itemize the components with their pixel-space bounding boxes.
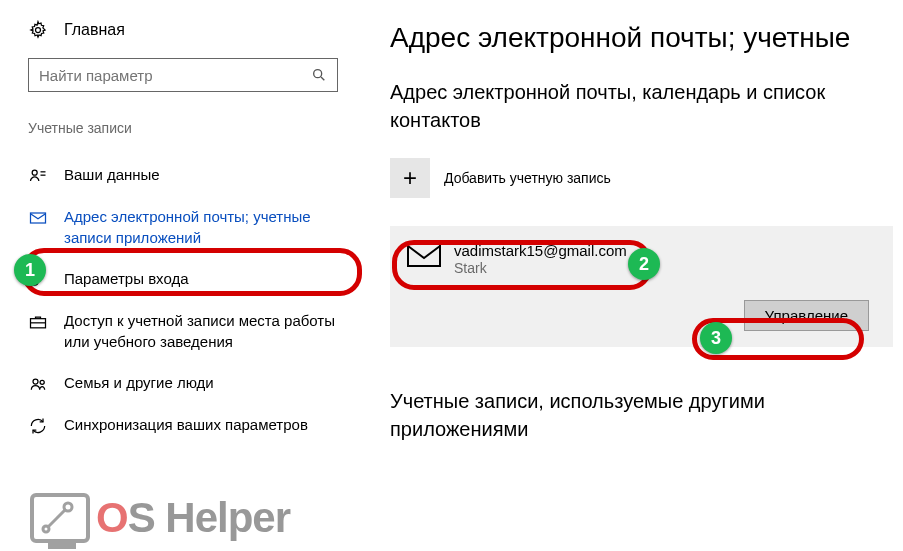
search-input[interactable] — [39, 67, 311, 84]
sidebar-item-family[interactable]: Семья и другие люди — [28, 362, 358, 404]
svg-line-2 — [321, 77, 324, 80]
sidebar-item-label: Семья и другие люди — [64, 372, 214, 393]
svg-point-14 — [43, 526, 49, 532]
sidebar-item-label: Адрес электронной почты; учетные записи … — [64, 206, 358, 248]
add-account-label: Добавить учетную запись — [444, 170, 611, 186]
plus-icon: + — [390, 158, 430, 198]
envelope-icon — [406, 242, 442, 268]
sidebar-item-label: Доступ к учетной записи места работы или… — [64, 310, 358, 352]
svg-point-11 — [40, 380, 44, 384]
home-button[interactable]: Главная — [28, 20, 360, 40]
sidebar-item-email-accounts[interactable]: Адрес электронной почты; учетные записи … — [28, 196, 358, 258]
page-subtitle: Адрес электронной почты, календарь и спи… — [390, 78, 893, 134]
svg-point-1 — [314, 70, 322, 78]
svg-point-3 — [32, 170, 37, 175]
annotation-badge-3: 3 — [700, 322, 732, 354]
section-label: Учетные записи — [28, 120, 360, 136]
settings-sidebar: Главная Учетные записи Ваши данные — [0, 0, 360, 446]
account-name: Stark — [454, 260, 627, 276]
monitor-wrench-icon — [30, 493, 90, 543]
manage-button[interactable]: Управление — [744, 300, 869, 331]
svg-point-10 — [33, 379, 38, 384]
section-other-apps: Учетные записи, используемые другими при… — [390, 387, 893, 443]
annotation-badge-1: 1 — [14, 254, 46, 286]
svg-rect-6 — [31, 213, 46, 223]
sync-icon — [28, 416, 48, 436]
account-email: vadimstark15@gmail.com — [454, 242, 627, 259]
sidebar-item-label: Синхронизация ваших параметров — [64, 414, 308, 435]
watermark: OS Helper — [30, 493, 290, 543]
watermark-text: OS Helper — [96, 494, 290, 542]
home-label: Главная — [64, 21, 125, 39]
search-icon — [311, 67, 327, 83]
svg-point-0 — [36, 28, 41, 33]
mail-icon — [28, 208, 48, 228]
search-input-container[interactable] — [28, 58, 338, 92]
svg-rect-12 — [408, 244, 440, 266]
sidebar-item-sync[interactable]: Синхронизация ваших параметров — [28, 404, 358, 446]
gear-icon — [28, 20, 48, 40]
sidebar-item-label: Параметры входа — [64, 268, 189, 289]
sidebar-item-your-info[interactable]: Ваши данные — [28, 154, 358, 196]
sidebar-item-label: Ваши данные — [64, 164, 160, 185]
person-card-icon — [28, 166, 48, 186]
add-account-button[interactable]: + Добавить учетную запись — [390, 158, 893, 198]
sidebar-item-work-access[interactable]: Доступ к учетной записи места работы или… — [28, 300, 358, 362]
main-content: Адрес электронной почты; учетные Адрес э… — [360, 0, 903, 446]
briefcase-icon — [28, 312, 48, 332]
people-icon — [28, 374, 48, 394]
account-item[interactable]: vadimstark15@gmail.com Stark Управление — [390, 226, 893, 347]
annotation-badge-2: 2 — [628, 248, 660, 280]
page-title: Адрес электронной почты; учетные — [390, 22, 893, 54]
svg-point-13 — [64, 503, 72, 511]
sidebar-item-signin-options[interactable]: Параметры входа — [28, 258, 358, 300]
